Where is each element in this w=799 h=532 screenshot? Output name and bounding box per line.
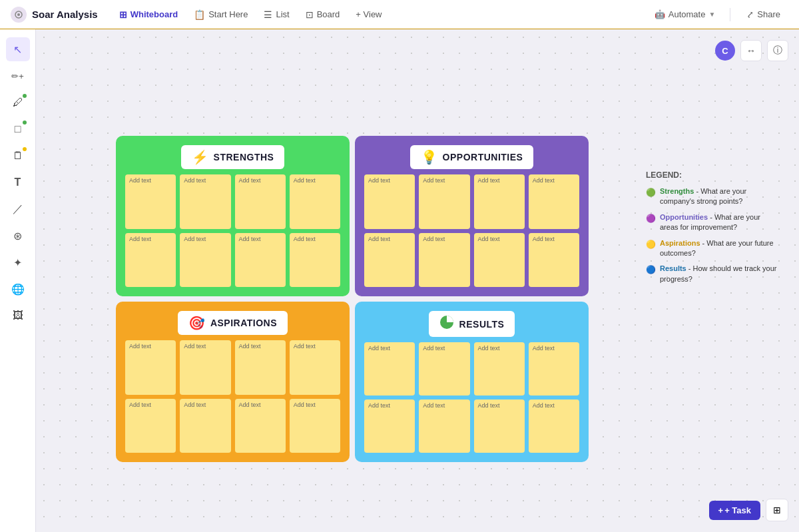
quadrant-aspirations: 🎯 ASPIRATIONS Add text Add text Add text…: [116, 302, 350, 462]
sticky-note[interactable]: Add text: [235, 233, 286, 288]
tool-pen-plus[interactable]: ✏+: [6, 64, 30, 88]
opportunities-legend-dot: 🟣: [646, 213, 656, 224]
sticky-note[interactable]: Add text: [529, 342, 579, 396]
svg-point-1: [17, 13, 20, 16]
sticky-note[interactable]: Add text: [290, 233, 340, 288]
whiteboard-icon: ⊞: [119, 9, 127, 20]
results-icon: [439, 315, 454, 333]
image-icon: 🖼: [13, 310, 23, 322]
sticky-note[interactable]: Add text: [235, 174, 286, 229]
sticky-icon: 🗒: [13, 150, 23, 162]
strengths-grid: Add text Add text Add text Add text Add …: [125, 174, 340, 287]
sticky-note[interactable]: Add text: [474, 233, 525, 288]
nav-right: 🤖 Automate ▼ ⤤ Share: [648, 6, 788, 23]
strengths-icon: ⚡: [192, 149, 208, 165]
strengths-header: ⚡ STRENGTHS: [181, 145, 285, 169]
sticky-note[interactable]: Add text: [180, 174, 230, 229]
bottom-controls: + + Task ⊞: [709, 499, 788, 521]
sticky-note[interactable]: Add text: [419, 174, 469, 229]
automate-dropdown-icon: ▼: [708, 11, 715, 18]
nav-item-start-here[interactable]: 📋 Start Here: [186, 5, 256, 24]
aspirations-icon: 🎯: [188, 315, 205, 331]
sticky-note[interactable]: Add text: [364, 233, 415, 288]
nav-item-view[interactable]: + View: [348, 5, 390, 23]
sticky-note[interactable]: Add text: [125, 233, 176, 288]
board-icon: ⊡: [306, 9, 314, 20]
legend: LEGEND: 🟢 Strengths - What are your comp…: [635, 162, 788, 298]
list-icon: ☰: [264, 9, 272, 20]
tool-globe[interactable]: 🌐: [6, 277, 30, 301]
aspirations-grid: Add text Add text Add text Add text Add …: [125, 340, 340, 453]
sticky-note[interactable]: Add text: [180, 399, 230, 453]
sticky-note[interactable]: Add text: [474, 399, 525, 453]
info-button[interactable]: ⓘ: [767, 40, 788, 61]
tool-shape[interactable]: □: [6, 117, 30, 141]
sticky-note[interactable]: Add text: [364, 174, 415, 229]
grid-view-button[interactable]: ⊞: [766, 499, 788, 521]
sticky-note[interactable]: Add text: [474, 342, 525, 396]
sticky-note[interactable]: Add text: [180, 233, 230, 288]
sticky-note[interactable]: Add text: [125, 399, 176, 453]
automate-icon: 🤖: [655, 9, 665, 19]
tool-line[interactable]: ／: [6, 197, 30, 221]
nav-item-board[interactable]: ⊡ Board: [298, 5, 348, 24]
nav-item-whiteboard[interactable]: ⊞ Whiteboard: [111, 5, 186, 24]
strengths-legend-dot: 🟢: [646, 187, 656, 198]
tool-image[interactable]: 🖼: [6, 304, 30, 328]
nav-item-list[interactable]: ☰ List: [256, 5, 297, 24]
brush-dot: [23, 94, 27, 98]
top-nav: Soar Analysis ⊞ Whiteboard 📋 Start Here …: [0, 0, 799, 29]
legend-item-opportunities: 🟣 Opportunities - What are your areas fo…: [646, 212, 778, 233]
globe-icon: 🌐: [11, 283, 25, 296]
aspirations-header: 🎯 ASPIRATIONS: [178, 311, 288, 335]
quadrant-results: RESULTS Add text Add text Add text Add t…: [355, 302, 589, 462]
fit-icon: ↔: [746, 45, 756, 56]
app-logo: [11, 7, 27, 23]
pen-plus-icon: ✏+: [11, 71, 24, 81]
sticky-note[interactable]: Add text: [235, 340, 286, 395]
sticky-note[interactable]: Add text: [290, 399, 340, 453]
opportunities-header: 💡 OPPORTUNITIES: [410, 145, 534, 169]
share-icon: ⤤: [746, 9, 754, 19]
tool-text[interactable]: T: [6, 170, 30, 194]
app-title: Soar Analysis: [32, 9, 98, 20]
nodes-icon: ⊛: [13, 230, 22, 242]
sticky-note[interactable]: Add text: [419, 342, 469, 396]
fit-screen-button[interactable]: ↔: [740, 40, 762, 61]
sticky-note[interactable]: Add text: [529, 399, 579, 453]
sticky-note[interactable]: Add text: [364, 399, 415, 453]
results-legend-dot: 🔵: [646, 264, 656, 276]
task-button[interactable]: + + Task: [709, 501, 760, 520]
aspirations-legend-dot: 🟡: [646, 239, 656, 250]
tool-sticky[interactable]: 🗒: [6, 144, 30, 168]
sticky-note[interactable]: Add text: [529, 233, 579, 288]
sticky-note[interactable]: Add text: [419, 399, 469, 453]
sticky-note[interactable]: Add text: [235, 399, 286, 453]
sticky-note[interactable]: Add text: [125, 340, 176, 395]
task-plus-icon: +: [718, 505, 724, 515]
tool-cursor[interactable]: ↖: [6, 37, 30, 61]
quadrant-opportunities: 💡 OPPORTUNITIES Add text Add text Add te…: [355, 136, 589, 296]
grid-icon: ⊞: [773, 505, 781, 515]
legend-title: LEGEND:: [646, 170, 778, 180]
tool-magic[interactable]: ✦: [6, 250, 30, 274]
share-button[interactable]: ⤤ Share: [738, 6, 788, 23]
tool-nodes[interactable]: ⊛: [6, 224, 30, 248]
canvas[interactable]: C ↔ ⓘ ⚡ STRENGTHS Add text Add text Add …: [36, 29, 799, 532]
sticky-note[interactable]: Add text: [364, 342, 415, 396]
nav-items: ⊞ Whiteboard 📋 Start Here ☰ List ⊡ Board…: [111, 5, 390, 24]
sticky-note[interactable]: Add text: [529, 174, 579, 229]
tool-brush[interactable]: 🖊: [6, 91, 30, 115]
sticky-note[interactable]: Add text: [290, 174, 340, 229]
sticky-note[interactable]: Add text: [419, 233, 469, 288]
sticky-note[interactable]: Add text: [474, 174, 525, 229]
info-icon: ⓘ: [773, 45, 782, 57]
results-legend-label: Results: [660, 264, 688, 272]
shape-dot: [23, 121, 27, 125]
automate-button[interactable]: 🤖 Automate ▼: [648, 6, 722, 23]
sticky-note[interactable]: Add text: [290, 340, 340, 395]
opportunities-legend-label: Opportunities: [660, 213, 710, 221]
avatar: C: [715, 41, 735, 61]
sticky-note[interactable]: Add text: [125, 174, 176, 229]
sticky-note[interactable]: Add text: [180, 340, 230, 395]
